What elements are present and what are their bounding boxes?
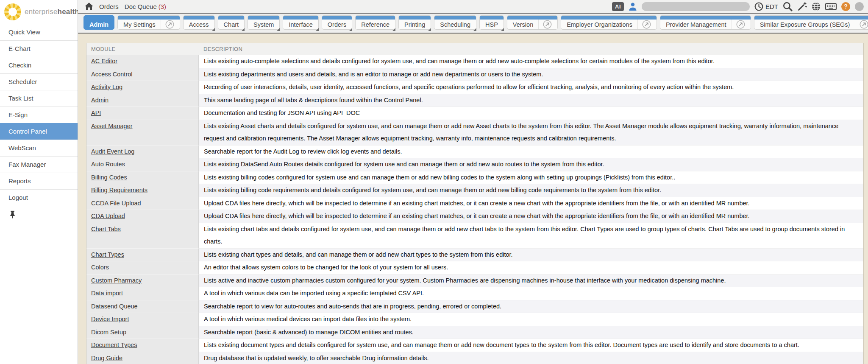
sidebar-item-reports[interactable]: Reports — [0, 173, 78, 189]
sidebar: enterprisehealth Quick ViewE-ChartChecki… — [0, 0, 78, 364]
tab-label: System — [253, 21, 274, 28]
module-link[interactable]: Datasend Queue — [91, 303, 138, 310]
topbar-right-icons: AI EDT — [612, 2, 864, 11]
enterprisehealth-logo-icon — [4, 3, 21, 20]
tab-orders[interactable]: Orders — [322, 15, 352, 30]
timezone-button[interactable]: EDT — [754, 2, 778, 11]
timezone-label: EDT — [765, 3, 778, 10]
module-link[interactable]: Billing Requirements — [91, 187, 147, 193]
table-body: AC Editor Lists existing auto-complete s… — [86, 55, 863, 364]
column-header-description: DESCRIPTION — [199, 43, 863, 55]
table-row-dicom-setup: Dicom Setup Searchable report (basic & a… — [86, 326, 863, 339]
ai-badge[interactable]: AI — [612, 2, 624, 11]
dropdown-fold-icon — [316, 28, 319, 31]
module-link[interactable]: CCDA File Upload — [91, 200, 141, 207]
sidebar-item-scheduler[interactable]: Scheduler — [0, 73, 78, 90]
sidebar-item-e-chart[interactable]: E-Chart — [0, 40, 78, 57]
app-logo: enterprisehealth — [0, 0, 78, 24]
module-description: Upload CDA files here directly, which wi… — [199, 210, 863, 223]
table-row-billing-requirements: Billing Requirements Lists existing bill… — [86, 184, 863, 197]
module-description: Lists existing Asset charts and details … — [199, 120, 863, 146]
search-icon[interactable] — [783, 2, 793, 11]
table-row-audit-event-log: Audit Event Log Searchable report for th… — [86, 146, 863, 159]
tab-hsp[interactable]: HSP — [479, 15, 504, 30]
table-row-billing-codes: Billing Codes Lists existing billing cod… — [86, 171, 863, 185]
dropdown-fold-icon — [277, 28, 280, 31]
tab-label: My Settings — [123, 21, 156, 28]
breadcrumb-doc-queue-label: Doc Queue — [125, 3, 157, 10]
module-description: An editor that allows system colors to b… — [199, 261, 863, 274]
table-row-api: API Documentation and testing for JSON A… — [86, 107, 863, 120]
tab-access[interactable]: Access — [183, 15, 215, 30]
avatar-circle[interactable] — [855, 2, 864, 11]
tab-scheduling[interactable]: Scheduling — [434, 15, 476, 30]
breadcrumb-orders[interactable]: Orders — [99, 3, 119, 10]
breadcrumb-doc-queue[interactable]: Doc Queue(3) — [125, 3, 166, 10]
module-link[interactable]: AC Editor — [91, 58, 117, 64]
module-table: MODULE DESCRIPTION AC Editor Lists exist… — [86, 43, 864, 364]
table-row-ac-editor: AC Editor Lists existing auto-complete s… — [86, 55, 863, 68]
sidebar-item-e-sign[interactable]: E-Sign — [0, 106, 78, 123]
sidebar-item-fax-manager[interactable]: Fax Manager — [0, 156, 78, 173]
sidebar-pin-row[interactable] — [0, 206, 78, 222]
sidebar-item-task-list[interactable]: Task List — [0, 90, 78, 106]
module-link[interactable]: Activity Log — [91, 84, 122, 90]
sidebar-item-control-panel[interactable]: Control Panel — [0, 123, 78, 140]
module-link[interactable]: Document Types — [91, 342, 137, 348]
module-link[interactable]: Chart Types — [91, 251, 124, 258]
module-link[interactable]: Auto Routes — [91, 161, 125, 168]
tab-label: Printing — [404, 21, 425, 28]
globe-icon[interactable] — [812, 2, 821, 11]
module-description: Lists active and inactive custom pharmac… — [199, 274, 863, 288]
module-link[interactable]: Access Control — [91, 71, 133, 78]
module-link[interactable]: Device Import — [91, 316, 129, 322]
keyboard-icon[interactable] — [825, 3, 837, 10]
logo-text: enterprisehealth — [25, 8, 79, 16]
module-link[interactable]: Audit Event Log — [91, 148, 134, 155]
tab-system[interactable]: System — [248, 15, 280, 30]
tab-chart[interactable]: Chart — [218, 15, 245, 30]
module-link[interactable]: Colors — [91, 264, 109, 271]
help-icon[interactable]: ? — [841, 2, 850, 11]
clock-icon — [754, 2, 763, 11]
tab-version[interactable]: Version — [507, 15, 558, 30]
home-icon[interactable] — [85, 3, 93, 10]
module-link[interactable]: CDA Upload — [91, 213, 125, 219]
module-link[interactable]: Admin — [91, 97, 108, 104]
tab-label: Admin — [89, 21, 108, 28]
tab-label: Similar Exposure Groups (SEGs) — [760, 21, 850, 28]
module-description: Lists existing chart types and details, … — [199, 249, 863, 262]
tab-similar-exposure-groups-segs[interactable]: Similar Exposure Groups (SEGs) — [754, 15, 868, 30]
module-link[interactable]: Dicom Setup — [91, 329, 126, 336]
table-row-datasend-queue: Datasend Queue Searchable report to view… — [86, 300, 863, 314]
tab-interface[interactable]: Interface — [283, 15, 318, 30]
module-link[interactable]: Chart Tabs — [91, 226, 121, 232]
module-link[interactable]: Asset Manager — [91, 123, 133, 129]
tab-label: Reference — [361, 21, 389, 28]
tab-provider-management[interactable]: Provider Management — [660, 15, 751, 30]
tab-label: Chart — [224, 21, 239, 28]
sidebar-item-quick-view[interactable]: Quick View — [0, 24, 78, 40]
wand-icon[interactable] — [797, 2, 807, 11]
tab-admin[interactable]: Admin — [83, 15, 114, 30]
module-link[interactable]: API — [91, 109, 101, 116]
sidebar-item-logout[interactable]: Logout — [0, 189, 78, 206]
sidebar-item-webscan[interactable]: WebScan — [0, 140, 78, 156]
tab-reference[interactable]: Reference — [355, 15, 395, 30]
redacted-username — [642, 2, 750, 11]
user-icon[interactable] — [629, 2, 637, 11]
tab-printing[interactable]: Printing — [398, 15, 431, 30]
table-row-cda-upload: CDA Upload Upload CDA files here directl… — [86, 210, 863, 223]
sidebar-item-checkin[interactable]: Checkin — [0, 57, 78, 73]
tab-divider — [161, 20, 161, 29]
open-link-icon — [543, 20, 552, 29]
module-description: This same landing page of all tabs & des… — [199, 94, 863, 107]
module-link[interactable]: Drug Guide — [91, 355, 122, 361]
tab-divider — [732, 20, 732, 29]
tab-my-settings[interactable]: My Settings — [117, 15, 180, 30]
module-link[interactable]: Custom Pharmacy — [91, 277, 142, 284]
module-link[interactable]: Data import — [91, 290, 123, 297]
table-row-colors: Colors An editor that allows system colo… — [86, 261, 863, 274]
module-link[interactable]: Billing Codes — [91, 174, 127, 181]
tab-employer-organizations[interactable]: Employer Organizations — [561, 15, 657, 30]
